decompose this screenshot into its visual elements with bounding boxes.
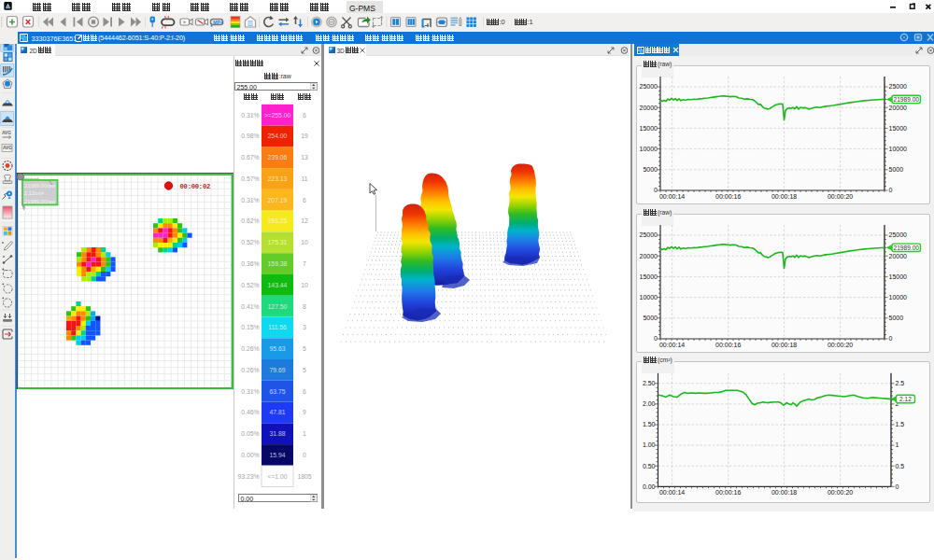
svg-text:2.5: 2.5 [896, 380, 905, 386]
svg-text:15000: 15000 [640, 273, 658, 280]
svg-text:10000: 10000 [889, 146, 908, 152]
svg-text:10000: 10000 [889, 294, 908, 301]
svg-text:21989.00: 21989.00 [893, 245, 919, 251]
svg-text:20000: 20000 [889, 253, 908, 259]
svg-text:0.5: 0.5 [896, 463, 905, 469]
svg-text:25000: 25000 [889, 231, 908, 238]
svg-text:5000: 5000 [889, 166, 904, 173]
svg-text:21989.00: 21989.00 [893, 96, 919, 103]
svg-text:20000: 20000 [640, 253, 658, 259]
svg-text:00:00:16: 00:00:16 [715, 193, 741, 200]
svg-text:00:00:16: 00:00:16 [715, 489, 741, 496]
svg-text:1.5: 1.5 [896, 421, 905, 427]
svg-text:10000: 10000 [640, 294, 658, 301]
svg-text:0.00: 0.00 [643, 483, 656, 490]
svg-text:5000: 5000 [643, 166, 658, 173]
svg-text:25000: 25000 [640, 83, 658, 90]
svg-text:25000: 25000 [889, 83, 908, 90]
svg-text:00:00:14: 00:00:14 [659, 489, 685, 496]
svg-text:2.12: 2.12 [899, 396, 912, 402]
svg-text:0: 0 [654, 335, 658, 342]
svg-text:15000: 15000 [889, 125, 908, 132]
svg-text:5000: 5000 [643, 315, 658, 321]
svg-text:0: 0 [889, 335, 893, 342]
svg-text:15000: 15000 [640, 125, 658, 132]
svg-text:0: 0 [654, 187, 658, 193]
svg-text:00:00:18: 00:00:18 [771, 489, 797, 496]
svg-text:25000: 25000 [640, 231, 658, 238]
svg-text:1.50: 1.50 [643, 421, 656, 427]
svg-text:2.50: 2.50 [643, 380, 656, 386]
svg-text:00:00:14: 00:00:14 [659, 342, 685, 348]
svg-text:0: 0 [889, 187, 893, 193]
svg-text:5000: 5000 [889, 315, 904, 321]
svg-text:2.00: 2.00 [643, 400, 656, 407]
svg-text:0: 0 [896, 483, 899, 490]
svg-text:00:00:20: 00:00:20 [828, 342, 853, 348]
svg-text:20000: 20000 [889, 105, 908, 111]
svg-text:00:00:18: 00:00:18 [771, 193, 797, 200]
svg-text:10000: 10000 [640, 146, 658, 152]
svg-text:1: 1 [896, 441, 899, 448]
svg-text:00:00:20: 00:00:20 [828, 193, 853, 200]
svg-text:0.50: 0.50 [643, 463, 656, 469]
svg-text:00:00:16: 00:00:16 [715, 342, 741, 348]
svg-text:1.00: 1.00 [643, 441, 656, 448]
svg-text:00:00:20: 00:00:20 [828, 489, 853, 496]
svg-text:00:00:14: 00:00:14 [659, 193, 685, 200]
svg-text:00:00:18: 00:00:18 [771, 342, 797, 348]
svg-text:15000: 15000 [889, 273, 908, 280]
svg-text:20000: 20000 [640, 105, 658, 111]
